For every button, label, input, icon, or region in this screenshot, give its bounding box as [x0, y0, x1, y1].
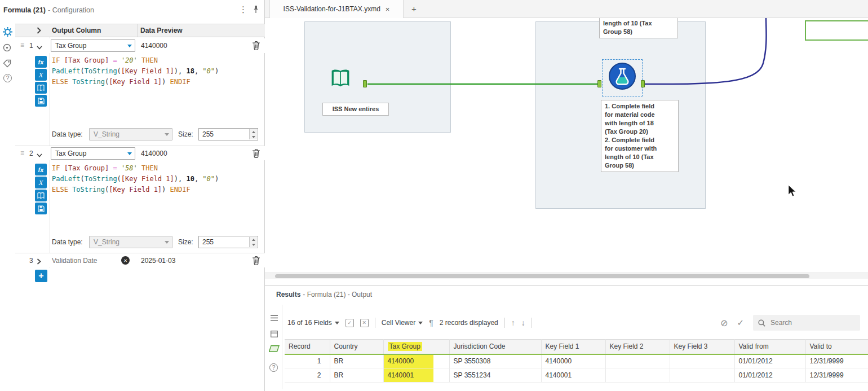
table-cell[interactable]: 4140001	[541, 368, 605, 383]
metadata-list-icon[interactable]	[271, 315, 278, 323]
search-box[interactable]	[753, 315, 860, 331]
output-column-dropdown[interactable]: Tax Group	[51, 39, 135, 52]
column-header[interactable]: Valid from	[734, 340, 805, 354]
column-header[interactable]: Key Field 3	[670, 340, 734, 354]
whitespace-toggle-icon[interactable]: ¶	[429, 318, 433, 327]
table-cell[interactable]: 4140000	[541, 354, 605, 368]
table-cell[interactable]: 12/31/9999	[805, 368, 868, 383]
column-header[interactable]: Country	[330, 340, 383, 354]
help-icon[interactable]: ?	[3, 74, 12, 82]
spinner-up-icon[interactable]	[252, 131, 255, 133]
formula-tool[interactable]	[608, 62, 636, 90]
deselect-all-icon[interactable]: ✕	[360, 319, 369, 327]
formula-line[interactable]: IF [Tax Group] = '58' THEN	[52, 164, 262, 175]
data-type-dropdown[interactable]: V_String	[89, 236, 172, 248]
chevron-right-icon[interactable]	[37, 258, 41, 266]
table-cell[interactable]: 4140000	[383, 354, 449, 368]
table-cell[interactable]: SP 3550308	[449, 354, 541, 368]
formula-line[interactable]: ELSE ToString([Key Field 1]) ENDIF	[52, 78, 262, 89]
formula-line[interactable]: ELSE ToString([Key Field 1]) ENDIF	[52, 186, 262, 196]
cell-viewer-dropdown[interactable]: Cell Viewer	[382, 319, 423, 327]
delete-expression-icon[interactable]	[252, 41, 260, 52]
search-input[interactable]	[769, 318, 851, 327]
column-header[interactable]: Valid to	[805, 340, 868, 354]
remove-field-icon[interactable]: ✕	[121, 256, 130, 265]
add-expression-button[interactable]: +	[35, 270, 47, 282]
scrollbar-thumb[interactable]	[275, 274, 809, 278]
function-icon[interactable]: fx	[35, 164, 47, 175]
column-header[interactable]: Key Field 2	[605, 340, 670, 354]
apply-icon[interactable]: ✓	[737, 318, 744, 328]
save-expression-icon[interactable]	[35, 95, 47, 107]
canvas-horizontal-scrollbar[interactable]	[265, 273, 868, 279]
new-tab-button[interactable]: +	[411, 4, 417, 14]
input-data-tool[interactable]	[328, 67, 353, 91]
insert-field-icon[interactable]: X	[35, 69, 47, 81]
formula-line[interactable]: PadLeft(ToString([Key Field 1]), 18, "0"…	[52, 67, 262, 78]
column-header[interactable]: Key Field 1	[541, 340, 605, 354]
table-cell[interactable]: 01/01/2012	[734, 354, 805, 368]
tab-workflow[interactable]: ISS-Validation-for-J1BTAX.yxmd ×	[269, 0, 404, 18]
tag-icon[interactable]	[3, 59, 11, 69]
output-anchor-indicator-icon[interactable]	[269, 345, 280, 354]
pin-icon[interactable]	[252, 5, 260, 15]
table-cell[interactable]: SP 3551234	[449, 368, 541, 383]
expression-editor-1[interactable]: IF [Tax Group] = '20' THENPadLeft(ToStri…	[52, 56, 262, 89]
formula-tool-annotation[interactable]: 1. Complete field for material code with…	[601, 100, 679, 172]
close-tab-icon[interactable]: ×	[386, 5, 390, 14]
top-tool-annotation[interactable]: length of 10 (Tax Group 58)	[599, 17, 678, 38]
table-cell[interactable]: 2	[285, 368, 330, 383]
table-cell[interactable]	[670, 368, 734, 383]
scroll-up-icon[interactable]: ↑	[511, 318, 515, 327]
spinner-down-icon[interactable]	[252, 136, 255, 138]
table-cell[interactable]	[605, 354, 670, 368]
help-icon[interactable]: ?	[269, 363, 278, 372]
formula-line[interactable]: PadLeft(ToString([Key Field 1]), 10, "0"…	[52, 175, 262, 186]
data-type-dropdown[interactable]: V_String	[89, 128, 172, 140]
table-cell[interactable]: 12/31/9999	[805, 354, 868, 368]
table-cell[interactable]: BR	[330, 368, 383, 383]
table-cell[interactable]	[670, 354, 734, 368]
output-column-value[interactable]: Validation Date	[52, 257, 98, 265]
input-anchor[interactable]	[597, 80, 601, 87]
formula-row-1-bar[interactable]: ≡ 1 Tax Group 4140000	[15, 38, 265, 53]
chevron-down-icon[interactable]	[37, 151, 42, 159]
output-column-dropdown[interactable]: Tax Group	[51, 147, 135, 160]
column-header[interactable]: Jurisdiction Code	[449, 340, 541, 354]
function-icon[interactable]: fx	[35, 56, 47, 68]
spinner-down-icon[interactable]	[252, 244, 255, 246]
save-expression-icon[interactable]	[35, 203, 47, 214]
table-cell[interactable]: 01/01/2012	[734, 368, 805, 383]
input-tool-annotation[interactable]: ISS New entires	[322, 103, 389, 116]
output-anchor[interactable]	[641, 80, 645, 87]
spinner-up-icon[interactable]	[252, 239, 255, 241]
expression-editor-2[interactable]: IF [Tax Group] = '58' THENPadLeft(ToStri…	[52, 164, 262, 196]
column-header[interactable]: Record	[285, 340, 330, 354]
size-spinner[interactable]	[249, 237, 257, 247]
kebab-menu-icon[interactable]: ⋮	[239, 5, 247, 15]
drag-handle-icon[interactable]: ≡	[20, 149, 24, 157]
gear-icon[interactable]	[3, 27, 12, 38]
fields-dropdown[interactable]: 16 of 16 Fields	[287, 319, 339, 327]
size-spinner[interactable]	[249, 129, 257, 139]
column-header[interactable]: Tax Group	[383, 340, 449, 354]
expression-library-icon[interactable]	[35, 82, 47, 94]
table-row[interactable]: 1BR4140000SP 3550308414000001/01/201212/…	[285, 354, 868, 368]
scroll-down-icon[interactable]: ↓	[521, 318, 525, 327]
delete-expression-icon[interactable]	[252, 256, 260, 267]
table-cell[interactable]: 4140001	[383, 368, 449, 383]
cancel-icon[interactable]: ⊘	[720, 318, 728, 328]
drag-handle-icon[interactable]: ≡	[20, 41, 24, 49]
chevron-down-icon[interactable]	[37, 43, 42, 51]
table-cell[interactable]: BR	[330, 354, 383, 368]
formula-row-3-bar[interactable]: 3 Validation Date ✕ 2025-01-03	[15, 253, 265, 267]
output-anchor[interactable]	[363, 80, 367, 87]
delete-expression-icon[interactable]	[252, 148, 260, 160]
select-all-icon[interactable]: ✓	[346, 319, 354, 327]
formula-line[interactable]: IF [Tax Group] = '20' THEN	[52, 56, 262, 67]
formula-row-2-bar[interactable]: ≡ 2 Tax Group 4140000	[15, 146, 265, 160]
workflow-icon[interactable]	[3, 43, 11, 54]
expression-library-icon[interactable]	[35, 190, 47, 201]
table-cell[interactable]: 1	[285, 354, 330, 368]
layout-icon[interactable]	[271, 331, 278, 339]
